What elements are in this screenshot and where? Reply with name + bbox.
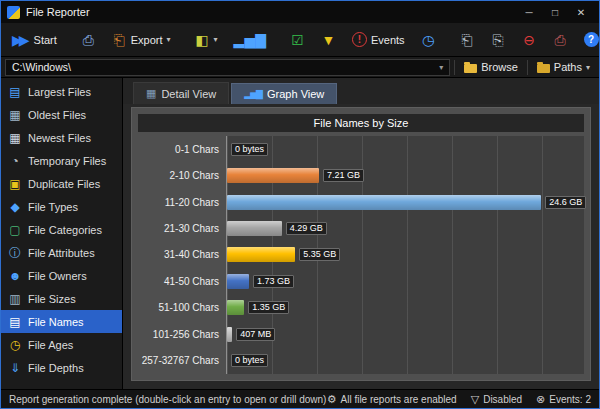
print-button[interactable]: ⎙ (74, 28, 103, 52)
sidebar-item-file-depths[interactable]: ⇓File Depths (1, 356, 122, 379)
sidebar-item-newest-files[interactable]: ▦Newest Files (1, 126, 122, 149)
move-report-button[interactable]: ⎘ (484, 28, 513, 52)
clock-button[interactable]: ◷ (414, 28, 443, 52)
chart-row: 0-1 Chars0 bytes (138, 136, 584, 162)
report-status-icon: ☑ (290, 33, 305, 47)
tab-graph-view[interactable]: ▂▅▇ Graph View (231, 83, 337, 104)
status-right: ⚙All file reports are enabled▽Disabled⊗E… (327, 393, 591, 406)
copy-report-button[interactable]: ⎗ (453, 28, 482, 52)
sidebar-item-label: Largest Files (28, 86, 91, 98)
chart-row: 101-256 Chars407 MB (138, 321, 584, 347)
start-icon: ▶▶ (12, 33, 30, 47)
sidebar-item-largest-files[interactable]: ▤Largest Files (1, 80, 122, 103)
status-events-count[interactable]: ⊗Events: 2 (536, 393, 591, 406)
file-sizes-icon: ▥ (8, 293, 22, 305)
chevron-down-icon: ▾ (214, 35, 218, 44)
sidebar-item-file-owners[interactable]: ☻File Owners (1, 264, 122, 287)
start-button[interactable]: ▶▶Start (5, 28, 64, 52)
reports-enabled-icon: ⚙ (327, 393, 337, 406)
sidebar-item-label: File Sizes (28, 293, 76, 305)
chart-value-label: 4.29 GB (286, 222, 327, 235)
paths-button[interactable]: Paths ▾ (532, 59, 595, 75)
chart-bar[interactable] (227, 221, 282, 236)
clock-icon: ◷ (421, 33, 436, 47)
chart-row: 41-50 Chars1.73 GB (138, 268, 584, 294)
tab-bar: ▦ Detail View ▂▅▇ Graph View (123, 78, 599, 104)
start-button-label: Start (34, 34, 57, 46)
sidebar-item-file-ages[interactable]: ◷File Ages (1, 333, 122, 356)
address-separator (454, 60, 455, 75)
move-report-icon: ⎘ (491, 33, 506, 47)
main-area: ▦ Detail View ▂▅▇ Graph View File Names … (123, 78, 599, 389)
maximize-button[interactable]: □ (543, 3, 567, 21)
sidebar-item-label: File Categories (28, 224, 102, 236)
events-button[interactable]: !Events (345, 27, 412, 52)
window-title: File Reporter (26, 6, 511, 18)
chevron-down-icon[interactable]: ▾ (439, 63, 443, 72)
chart-value-label: 5.35 GB (299, 248, 340, 261)
help-button[interactable]: ? (577, 27, 600, 52)
chart-bar[interactable] (227, 168, 319, 183)
export-button[interactable]: ⎗Export▾ (105, 28, 178, 52)
chart-category-label: 31-40 Chars (138, 249, 226, 260)
file-types-icon: ◆ (8, 201, 22, 213)
app-window: File Reporter ─ □ ✕ ▶▶Start⎙⎗Export▾◧▾▂▅… (0, 0, 600, 409)
events-button-label: Events (371, 34, 405, 46)
status-reports-enabled[interactable]: ⚙All file reports are enabled (327, 393, 457, 406)
sidebar-item-file-attributes[interactable]: ⓘFile Attributes (1, 241, 122, 264)
path-input[interactable]: C:\Windows\ ▾ (5, 59, 450, 76)
close-button[interactable]: ✕ (569, 3, 593, 21)
sidebar-item-label: Temporary Files (28, 155, 106, 167)
sidebar-item-file-sizes[interactable]: ▥File Sizes (1, 287, 122, 310)
report-status-button[interactable]: ☑ (283, 28, 312, 52)
chart-value-label: 1.73 GB (253, 275, 294, 288)
chart-panel: File Names by Size 0-1 Chars0 bytes2-10 … (131, 107, 591, 381)
chart-value-label: 24.6 GB (545, 196, 586, 209)
chart-value-label: 407 MB (236, 328, 275, 341)
chart-bar[interactable] (227, 195, 541, 210)
bar-chart-button[interactable]: ▂▅▇ (227, 28, 273, 52)
browse-button[interactable]: Browse (459, 59, 523, 75)
chart-row: 2-10 Chars7.21 GB (138, 162, 584, 188)
remove-report-button[interactable]: ⊖ (515, 28, 544, 52)
status-filter-disabled[interactable]: ▽Disabled (471, 393, 522, 406)
chart-bar[interactable] (227, 247, 295, 262)
table-grid-icon: ▦ (146, 87, 156, 100)
app-icon (7, 6, 20, 19)
filter-button[interactable]: ▼ (314, 28, 343, 52)
chart-bar-track: 0 bytes (226, 348, 584, 374)
duplicate-files-icon: ▣ (8, 178, 22, 190)
chart-row: 257-32767 Chars0 bytes (138, 348, 584, 374)
minimize-button[interactable]: ─ (517, 3, 541, 21)
status-item-label: Disabled (483, 394, 522, 405)
tab-label: Detail View (161, 88, 216, 100)
sidebar-item-temporary-files[interactable]: ◔Temporary Files (1, 149, 122, 172)
chart-bar[interactable] (227, 327, 232, 342)
file-depths-icon: ⇓ (8, 362, 22, 374)
sidebar-item-file-names[interactable]: ▤File Names (1, 310, 122, 333)
folder-icon (464, 64, 477, 73)
newest-files-icon: ▦ (8, 132, 22, 144)
report-queue-button[interactable]: ⎙ (546, 28, 575, 52)
path-text: C:\Windows\ (12, 61, 439, 73)
chart-value-label: 0 bytes (231, 143, 268, 156)
bar-chart-icon: ▂▅▇ (244, 89, 262, 99)
sidebar-item-file-categories[interactable]: ▢File Categories (1, 218, 122, 241)
chart-bar[interactable] (227, 274, 249, 289)
chart-category-label: 0-1 Chars (138, 144, 226, 155)
status-message: Report generation complete (double-click… (9, 394, 327, 405)
tab-detail-view[interactable]: ▦ Detail View (133, 82, 229, 104)
chart-category-label: 21-30 Chars (138, 223, 226, 234)
chart-bar-track: 7.21 GB (226, 162, 584, 188)
sidebar-item-label: File Attributes (28, 247, 95, 259)
chart-style-button[interactable]: ◧▾ (188, 28, 225, 52)
sidebar-item-duplicate-files[interactable]: ▣Duplicate Files (1, 172, 122, 195)
events-icon: ! (352, 32, 367, 47)
chart-value-label: 7.21 GB (323, 169, 364, 182)
sidebar-item-oldest-files[interactable]: ▦Oldest Files (1, 103, 122, 126)
sidebar-item-file-types[interactable]: ◆File Types (1, 195, 122, 218)
chart-style-icon: ◧ (195, 33, 210, 47)
chart-row: 21-30 Chars4.29 GB (138, 215, 584, 241)
filter-disabled-icon: ▽ (471, 393, 479, 406)
chart-bar[interactable] (227, 300, 244, 315)
